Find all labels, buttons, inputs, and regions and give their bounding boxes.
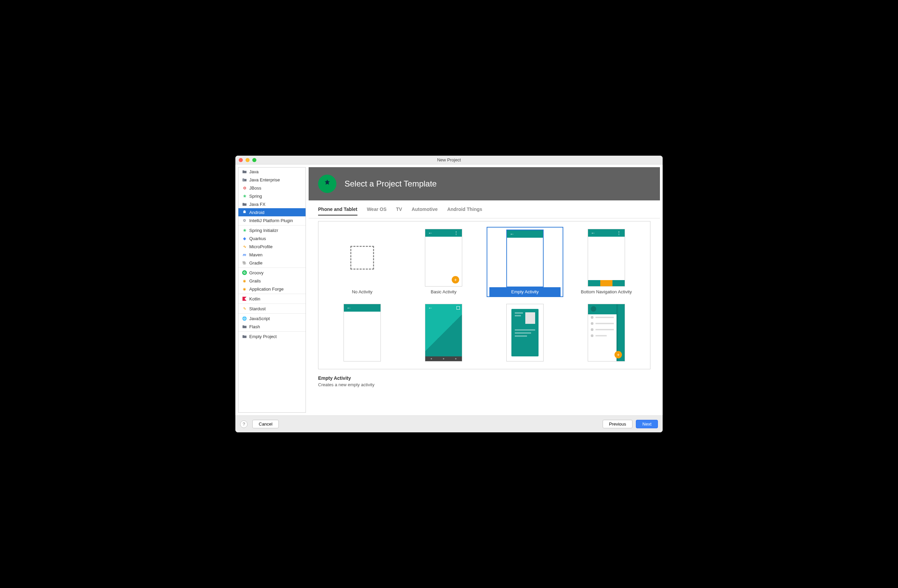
nav-drawer-icon (588, 304, 617, 361)
sidebar-item-empty-project[interactable]: Empty Project (238, 332, 306, 341)
tab-phone-and-tablet[interactable]: Phone and Tablet (318, 207, 357, 216)
folder-icon (242, 201, 247, 207)
sidebar-item-label: Spring (249, 193, 262, 199)
template-drawer[interactable]: + (567, 301, 645, 364)
close-icon[interactable] (239, 158, 243, 162)
sidebar-divider (238, 313, 306, 314)
template-grid: No Activity←⋮+Basic Activity←Empty Activ… (323, 226, 645, 364)
dialog-body: JavaJava Enterprise⊙JBoss❀SpringJava FXA… (235, 164, 663, 415)
tab-wear-os[interactable]: Wear OS (367, 207, 387, 215)
tab-automotive[interactable]: Automotive (412, 207, 438, 215)
back-arrow-icon: ← (428, 230, 433, 236)
sidebar-item-label: Maven (249, 252, 263, 257)
sidebar-item-label: IntelliJ Platform Plugin (249, 218, 293, 223)
folder-grid-icon (242, 177, 247, 183)
sidebar-divider (238, 304, 306, 304)
sidebar-item-maven[interactable]: mMaven (238, 250, 306, 259)
minimize-icon[interactable] (246, 158, 250, 162)
js-icon: 🌐 (242, 316, 247, 321)
tab-tv[interactable]: TV (396, 207, 402, 215)
fullscreen-icon (457, 306, 460, 310)
cancel-button[interactable]: Cancel (252, 420, 279, 428)
sidebar-item-quarkus[interactable]: ◈Quarkus (238, 234, 306, 243)
template-basic-activity[interactable]: ←⋮+Basic Activity (404, 226, 483, 298)
gradle-icon: 🐘 (242, 260, 247, 266)
nav-bar-icon (425, 356, 462, 361)
sidebar-divider (238, 267, 306, 268)
sidebar-item-microprofile[interactable]: ∿MicroProfile (238, 243, 306, 250)
sidebar-item-label: MicroProfile (249, 244, 273, 249)
next-button[interactable]: Next (636, 420, 658, 428)
fab-icon: + (452, 276, 459, 284)
template-category-tabs: Phone and TabletWear OSTVAutomotiveAndro… (309, 200, 660, 218)
sidebar-item-java[interactable]: Java (238, 167, 306, 176)
sidebar-item-android[interactable]: Android (238, 208, 306, 216)
sidebar-item-label: JBoss (249, 186, 261, 190)
jboss-icon: ⊙ (242, 185, 247, 190)
sidebar-item-label: JavaScript (249, 316, 270, 321)
bottom-nav-icon (588, 280, 625, 286)
template-description: Empty Activity Creates a new empty activ… (309, 373, 660, 388)
stardust-icon: ✎ (242, 306, 247, 311)
sidebar-item-label: Android (249, 210, 264, 215)
kotlin-icon (242, 296, 247, 301)
sidebar-item-label: Flash (249, 324, 260, 329)
sidebar-item-label: Java FX (249, 202, 266, 207)
sidebar-item-spring[interactable]: ❀Spring (238, 192, 306, 200)
sidebar-item-intellij-platform-plugin[interactable]: ⚙IntelliJ Platform Plugin (238, 216, 306, 224)
svg-rect-1 (244, 180, 244, 180)
description-title: Empty Activity (318, 375, 650, 381)
template-fullscreen[interactable]: ← (404, 301, 483, 364)
leaf-init-icon: ❀ (242, 227, 247, 233)
help-button[interactable]: ? (240, 421, 248, 428)
previous-button[interactable]: Previous (603, 420, 633, 428)
back-arrow-icon: ← (347, 305, 351, 311)
sidebar-item-label: Grails (249, 278, 261, 284)
template-grid-container: No Activity←⋮+Basic Activity←Empty Activ… (318, 221, 650, 369)
window-title: New Project (235, 157, 663, 163)
quarkus-icon: ◈ (242, 236, 247, 241)
template-empty-activity[interactable]: ←Empty Activity (486, 226, 564, 298)
sidebar-item-spring-initializr[interactable]: ❀Spring Initializr (238, 226, 306, 234)
sidebar-item-jboss[interactable]: ⊙JBoss (238, 184, 306, 192)
more-icon: ⋮ (617, 230, 622, 236)
template-header: Select a Project Template (309, 167, 660, 200)
sidebar-item-java-fx[interactable]: Java FX (238, 200, 306, 208)
folder-icon (242, 169, 247, 174)
template-bottom-navigation-activity[interactable]: ←⋮Bottom Navigation Activity (567, 226, 645, 298)
sidebar-item-grails[interactable]: ◉Grails (238, 277, 306, 285)
sidebar-item-stardust[interactable]: ✎Stardust (238, 304, 306, 313)
grails-icon: ◉ (242, 278, 247, 284)
sidebar-item-application-forge[interactable]: ◉Application Forge (238, 285, 306, 293)
card-layout-icon (511, 309, 538, 356)
titlebar: New Project (235, 156, 663, 164)
tab-android-things[interactable]: Android Things (447, 207, 482, 215)
sidebar-item-flash[interactable]: Flash (238, 322, 306, 331)
android-studio-icon (318, 175, 337, 193)
sidebar-item-kotlin[interactable]: Kotlin (238, 295, 306, 303)
description-text: Creates a new empty activity (318, 382, 650, 387)
sidebar-item-groovy[interactable]: GGroovy (238, 269, 306, 277)
sidebar-item-java-enterprise[interactable]: Java Enterprise (238, 176, 306, 184)
template-card[interactable] (486, 301, 564, 364)
zoom-icon[interactable] (252, 158, 256, 162)
svg-rect-0 (243, 180, 243, 180)
sidebar-item-label: Application Forge (249, 287, 283, 292)
flash-icon (242, 324, 247, 329)
sidebar-item-gradle[interactable]: 🐘Gradle (238, 259, 306, 267)
svg-point-2 (244, 211, 244, 211)
sidebar-item-javascript[interactable]: 🌐JavaScript (238, 314, 306, 322)
new-project-dialog: New Project JavaJava Enterprise⊙JBoss❀Sp… (235, 156, 663, 432)
sidebar-divider (238, 294, 306, 294)
back-arrow-icon: ← (591, 230, 595, 236)
template-label: Basic Activity (431, 289, 457, 294)
sidebar-item-label: Kotlin (249, 296, 260, 301)
template-label: Bottom Navigation Activity (581, 289, 632, 294)
sidebar-item-label: Groovy (249, 270, 263, 275)
microprofile-icon: ∿ (242, 244, 247, 249)
template-emptybar[interactable]: ← (323, 301, 401, 364)
sidebar-item-label: Spring Initializr (249, 228, 278, 233)
maven-icon: m (242, 252, 247, 257)
template-no-activity[interactable]: No Activity (323, 226, 401, 298)
traffic-lights (239, 158, 256, 162)
